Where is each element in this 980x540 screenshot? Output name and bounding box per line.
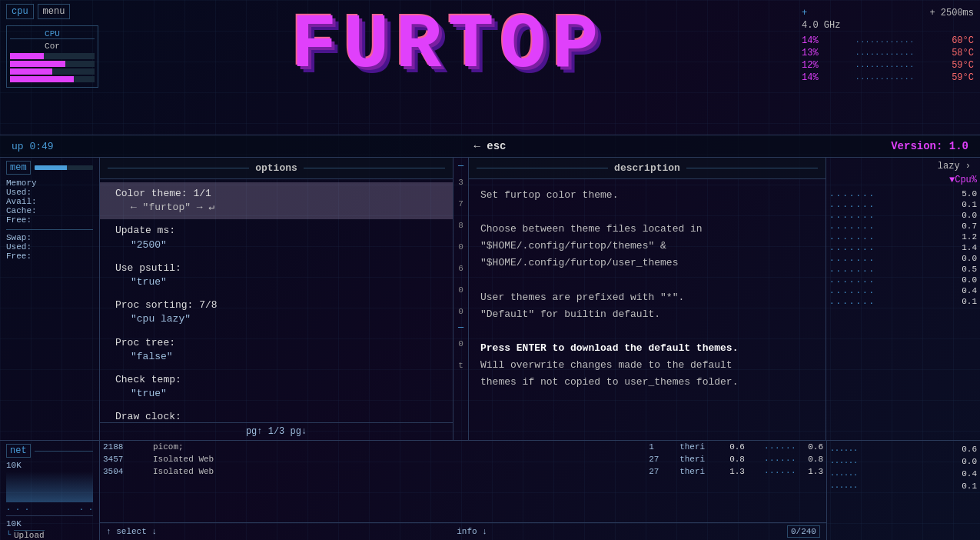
proc-row-5: ....... 1.2 xyxy=(829,232,977,242)
scroll-dash-2: — xyxy=(458,322,463,333)
core-dots-3: ............ xyxy=(855,62,915,69)
option-draw-clock[interactable]: Draw clock: "%X" xyxy=(100,405,453,422)
core-pct-4: 14% xyxy=(802,72,819,83)
scroll-num-0c: 0 xyxy=(458,307,463,316)
scroll-num-0b: 0 xyxy=(458,285,463,295)
info-nav[interactable]: info ↓ xyxy=(457,527,487,536)
proc-row-11: ....... 0.1 xyxy=(829,296,977,307)
desc-line-8: "Default" for builtin default. xyxy=(480,306,814,323)
proc-dots-row-2: ...... xyxy=(764,455,796,464)
proc-cpu-2: 0.8 xyxy=(729,455,752,464)
net-10k-label: 10K xyxy=(6,461,93,470)
proc-val-10: 0.4 xyxy=(962,286,977,295)
proc-dots-7: ....... xyxy=(829,254,875,263)
description-panel-title: description xyxy=(614,162,680,174)
upload-indicator: └ xyxy=(6,531,11,539)
proc-val-5: 1.2 xyxy=(962,232,977,242)
core-dots-1: ............ xyxy=(855,37,915,45)
net-section-label: net xyxy=(6,444,31,458)
mem-avail-label: Avail: xyxy=(6,197,37,206)
proc-pid-1: 1 xyxy=(649,442,668,452)
option-proc-sorting-name: Proc sorting: 7/8 xyxy=(115,299,218,311)
lazy-label[interactable]: lazy › xyxy=(938,161,971,172)
proc-user-1: theri xyxy=(679,442,718,452)
proc-table-row-3: 3504 Isolated Web 27 theri 1.3 ...... 1.… xyxy=(100,465,826,478)
cpu-pct-header: ▼Cpu% xyxy=(949,175,977,185)
proc-row-4: ....... 0.7 xyxy=(829,221,977,232)
option-use-psutil[interactable]: Use psutil: "true" xyxy=(100,257,453,294)
core-pct-3: 12% xyxy=(802,60,819,71)
proc-row-6: ....... 1.4 xyxy=(829,242,977,253)
desc-line-5: "$HOME/.config/furtop/user_themes xyxy=(480,255,814,272)
desc-line-11: Will overwrite changes made to the defau… xyxy=(480,357,814,374)
select-nav[interactable]: ↑ select ↓ xyxy=(106,527,157,536)
esc-button[interactable]: ← esc xyxy=(331,140,649,152)
cpu-label: cpu xyxy=(6,4,34,19)
scroll-num-6: 6 xyxy=(458,264,463,273)
proc-ibps-1: 2188 xyxy=(103,442,141,452)
mem-used-label: Used: xyxy=(6,188,32,197)
upload-label: Upload xyxy=(14,530,45,540)
options-panel-title: options xyxy=(255,162,297,174)
proc-cpu-3: 1.3 xyxy=(729,467,752,476)
option-update-ms-value: "2500" xyxy=(115,238,437,252)
cpu-box-label: CPU xyxy=(10,29,95,39)
option-use-psutil-name: Use psutil: xyxy=(115,262,181,274)
proc-name-2: Isolated Web xyxy=(153,455,637,464)
option-proc-tree[interactable]: Proc tree: "false" xyxy=(100,332,453,368)
proc-dots-2: ....... xyxy=(829,200,875,209)
proc-val-2: 0.1 xyxy=(962,200,977,209)
proc-pid-3: 27 xyxy=(649,467,668,476)
proc-dots-10: ....... xyxy=(829,286,875,295)
mem-swap-used: Used: xyxy=(6,242,32,252)
proc-dots-1: ....... xyxy=(829,189,875,198)
update-plus: + xyxy=(802,8,807,18)
mem-swap-free: Free: xyxy=(6,252,32,261)
core-pct-1: 14% xyxy=(802,35,819,46)
proc-row-3: ....... 0.0 xyxy=(829,210,977,221)
proc-user-2: theri xyxy=(679,455,718,464)
proc-ibps-3: 3504 xyxy=(103,467,141,476)
option-proc-sorting[interactable]: Proc sorting: 7/8 "cpu lazy" xyxy=(100,294,453,331)
core-temp-2: 58°C xyxy=(952,48,974,58)
net-dots-left: . . . xyxy=(6,504,29,512)
proc-row-10: ....... 0.4 xyxy=(829,285,977,296)
desc-line-3: Choose between theme files located in xyxy=(480,221,814,238)
proc-dots-row-3: ...... xyxy=(764,467,796,476)
mem-cache-label: Cache: xyxy=(6,206,37,215)
scroll-num-8: 8 xyxy=(458,221,463,230)
proc-dots-11: ....... xyxy=(829,297,875,306)
core-dots-4: ............ xyxy=(855,74,915,82)
proc-table-row-2: 3457 Isolated Web 27 theri 0.8 ...... 0.… xyxy=(100,453,826,465)
mem-free-label: Free: xyxy=(6,215,32,225)
proc-name-1: picom; xyxy=(153,442,637,452)
proc-cpu-right-3: 1.3 xyxy=(808,467,823,476)
option-color-theme-name: Color theme: 1/1 xyxy=(115,188,211,199)
option-color-theme[interactable]: Color theme: 1/1 ← "furtop" → ↵ xyxy=(100,182,453,219)
core-temp-3: 59°C xyxy=(952,60,974,71)
bottom-proc-row-2: ...... 0.0 xyxy=(830,456,977,467)
menu-label[interactable]: menu xyxy=(38,4,71,19)
proc-val-6: 1.4 xyxy=(962,243,977,252)
proc-row-1: ....... 5.0 xyxy=(829,188,977,199)
proc-dots-row-1: ...... xyxy=(764,442,796,452)
scroll-dash-1: — xyxy=(458,161,463,172)
proc-pid-2: 27 xyxy=(649,455,668,464)
update-val: + 2500ms xyxy=(929,8,974,18)
proc-row-2: ....... 0.1 xyxy=(829,199,977,210)
proc-table-row-1: 2188 picom; 1 theri 0.6 ...... 0.6 xyxy=(100,441,826,453)
proc-ibps-2: 3457 xyxy=(103,455,141,464)
bottom-proc-row-4: ...... 0.1 xyxy=(830,481,977,492)
bottom-proc-row-3: ...... 0.4 xyxy=(830,468,977,479)
proc-dots-9: ....... xyxy=(829,275,875,285)
proc-val-1: 5.0 xyxy=(962,189,977,198)
page-info: 0/240 xyxy=(787,525,820,538)
proc-name-3: Isolated Web xyxy=(153,467,637,476)
option-check-temp[interactable]: Check temp: "true" xyxy=(100,368,453,405)
option-update-ms[interactable]: Update ms: "2500" xyxy=(100,219,453,256)
desc-line-1: Set furtop color theme. xyxy=(480,187,814,204)
proc-row-9: ....... 0.0 xyxy=(829,275,977,285)
proc-dots-6: ....... xyxy=(829,243,875,252)
version-label: Version: 1.0 xyxy=(649,140,968,152)
desc-line-12: themes if not copied to user_themes fold… xyxy=(480,374,814,391)
